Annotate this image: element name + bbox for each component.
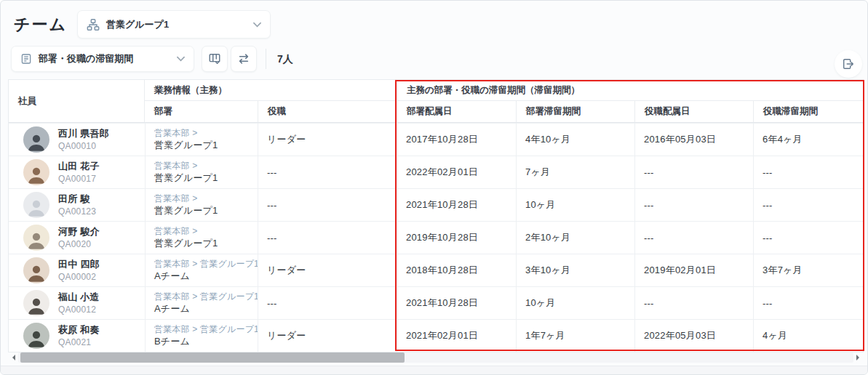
chevron-down-icon xyxy=(177,56,185,62)
avatar xyxy=(23,290,49,316)
column-group-tenure: 主務の部署・役職の滞留期間（滞留期間） xyxy=(397,80,863,101)
person-silhouette-icon xyxy=(26,195,47,218)
person-silhouette-icon xyxy=(26,260,47,283)
column-header-department: 部署 xyxy=(145,101,258,122)
column-header-role-assign-date: 役職配属日 xyxy=(634,101,753,122)
role-assign-date-cell: --- xyxy=(634,287,753,319)
export-icon xyxy=(842,57,855,70)
employee-name: 河野 駿介 xyxy=(58,225,100,238)
department-path-link[interactable]: 営業本部 > 営業グループ1 > xyxy=(154,291,258,302)
role-tenure-cell: --- xyxy=(753,156,863,188)
employee-id: QA0020 xyxy=(58,238,100,250)
role-tenure-cell: --- xyxy=(753,222,863,254)
department-path-link[interactable]: 営業本部 > xyxy=(154,193,198,203)
department-cell: 営業本部 > 営業グループ1 xyxy=(145,124,258,156)
table-row[interactable]: 河野 駿介QA0020 営業本部 > 営業グループ1 --- 2019年10月2… xyxy=(9,221,863,254)
horizontal-scrollbar[interactable] xyxy=(9,352,862,363)
employee-cell: 田中 四郎QA00002 xyxy=(9,254,145,286)
bottom-strip xyxy=(1,366,867,374)
person-silhouette-icon xyxy=(26,293,47,316)
employee-name: 田所 駿 xyxy=(58,193,96,206)
table-row[interactable]: 山田 花子QA00017 営業本部 > 営業グループ1 --- 2022年02月… xyxy=(9,156,863,188)
dept-tenure-cell: 1年7ヶ月 xyxy=(516,320,634,352)
column-settings-button[interactable] xyxy=(202,46,228,72)
list-icon xyxy=(20,53,32,65)
role-cell: --- xyxy=(258,222,397,254)
employee-id: QA00017 xyxy=(58,173,100,185)
role-tenure-cell: 3年7ヶ月 xyxy=(753,254,863,286)
dept-assign-date-cell: 2017年10月28日 xyxy=(397,124,516,156)
employee-cell: 山田 花子QA00017 xyxy=(9,156,145,188)
avatar xyxy=(23,225,49,251)
scroll-right-arrow[interactable] xyxy=(856,355,862,360)
table-row[interactable]: 萩原 和奏QA0021 営業本部 > 営業グループ1 > Bチーム リーダー 2… xyxy=(9,319,863,352)
employee-id: QA00012 xyxy=(58,304,100,315)
department-name: 営業グループ1 xyxy=(154,205,218,217)
column-header-role: 役職 xyxy=(258,101,397,122)
team-selector[interactable]: 営業グループ1 xyxy=(77,10,271,39)
column-header-dept-tenure: 部署滞留期間 xyxy=(516,101,634,122)
toolbar-divider xyxy=(266,49,266,69)
export-button[interactable] xyxy=(835,50,862,78)
role-cell: リーダー xyxy=(258,254,397,286)
role-assign-date-cell: 2016年05月03日 xyxy=(634,124,753,156)
column-header-employee: 社員 xyxy=(9,80,145,122)
person-silhouette-icon xyxy=(26,129,47,153)
person-silhouette-icon xyxy=(26,162,47,185)
table-header: 社員 業務情報（主務） 主務の部署・役職の滞留期間（滞留期間） 部署 役職 部署… xyxy=(9,80,863,123)
table-row[interactable]: 西川 県吾郎QA00010 営業本部 > 営業グループ1 リーダー 2017年1… xyxy=(9,123,863,156)
person-silhouette-icon xyxy=(26,227,47,251)
page-title: チーム xyxy=(14,14,67,36)
table-row[interactable]: 福山 小造QA00012 営業本部 > 営業グループ1 > Aチーム --- 2… xyxy=(9,286,863,319)
department-name: Aチーム xyxy=(154,270,190,282)
department-cell: 営業本部 > 営業グループ1 xyxy=(145,222,258,254)
employee-cell: 西川 県吾郎QA00010 xyxy=(9,124,145,156)
swap-view-button[interactable] xyxy=(231,46,257,72)
dept-tenure-cell: 4年10ヶ月 xyxy=(516,124,634,156)
scrollbar-track[interactable] xyxy=(18,352,853,363)
department-path-link[interactable]: 営業本部 > xyxy=(154,128,198,138)
department-cell: 営業本部 > 営業グループ1 > Aチーム xyxy=(145,254,258,286)
columns-check-icon xyxy=(208,52,221,65)
department-path-link[interactable]: 営業本部 > xyxy=(154,226,198,236)
role-tenure-cell: 4ヶ月 xyxy=(753,320,863,352)
column-group-work-info: 業務情報（主務） xyxy=(145,80,397,101)
role-cell: --- xyxy=(258,189,397,221)
department-path-link[interactable]: 営業本部 > xyxy=(154,161,198,171)
employee-cell: 福山 小造QA00012 xyxy=(9,287,145,319)
department-name: 営業グループ1 xyxy=(154,172,218,184)
view-selector[interactable]: 部署・役職の滞留期間 xyxy=(11,46,194,72)
table-row[interactable]: 田中 四郎QA00002 営業本部 > 営業グループ1 > Aチーム リーダー … xyxy=(9,254,863,286)
table-row[interactable]: 田所 駿QA00123 営業本部 > 営業グループ1 --- 2021年10月2… xyxy=(9,188,863,221)
dept-tenure-cell: 3年10ヶ月 xyxy=(516,254,634,286)
employee-cell: 萩原 和奏QA0021 xyxy=(9,320,145,352)
department-path-link[interactable]: 営業本部 > 営業グループ1 > xyxy=(154,324,258,334)
org-chart-icon xyxy=(87,18,100,31)
employee-cell: 河野 駿介QA0020 xyxy=(9,222,145,254)
dept-assign-date-cell: 2022年02月01日 xyxy=(397,156,516,188)
employee-cell: 田所 駿QA00123 xyxy=(9,189,145,221)
department-cell: 営業本部 > 営業グループ1 xyxy=(145,189,258,221)
avatar xyxy=(23,192,49,218)
dept-assign-date-cell: 2021年10月28日 xyxy=(397,287,516,319)
employee-tenure-table: 社員 業務情報（主務） 主務の部署・役職の滞留期間（滞留期間） 部署 役職 部署… xyxy=(8,79,864,352)
role-assign-date-cell: --- xyxy=(634,189,753,221)
dept-assign-date-cell: 2019年10月28日 xyxy=(397,222,516,254)
employee-id: QA00002 xyxy=(58,271,100,283)
scrollbar-thumb[interactable] xyxy=(20,352,405,363)
dept-tenure-cell: 2年10ヶ月 xyxy=(516,222,634,254)
employee-name: 山田 花子 xyxy=(58,160,100,173)
employee-name: 福山 小造 xyxy=(58,291,100,304)
employee-name: 西川 県吾郎 xyxy=(58,127,109,140)
dept-tenure-cell: 10ヶ月 xyxy=(516,189,634,221)
employee-name: 田中 四郎 xyxy=(58,258,100,271)
role-assign-date-cell: 2019年02月01日 xyxy=(634,254,753,286)
role-tenure-cell: --- xyxy=(753,189,863,221)
avatar xyxy=(23,159,49,185)
employee-id: QA0021 xyxy=(58,336,100,348)
dept-assign-date-cell: 2018年10月28日 xyxy=(397,254,516,286)
department-path-link[interactable]: 営業本部 > 営業グループ1 > xyxy=(154,259,258,269)
department-cell: 営業本部 > 営業グループ1 > Aチーム xyxy=(145,287,258,319)
role-cell: リーダー xyxy=(258,124,397,156)
scroll-left-arrow[interactable] xyxy=(9,355,15,360)
